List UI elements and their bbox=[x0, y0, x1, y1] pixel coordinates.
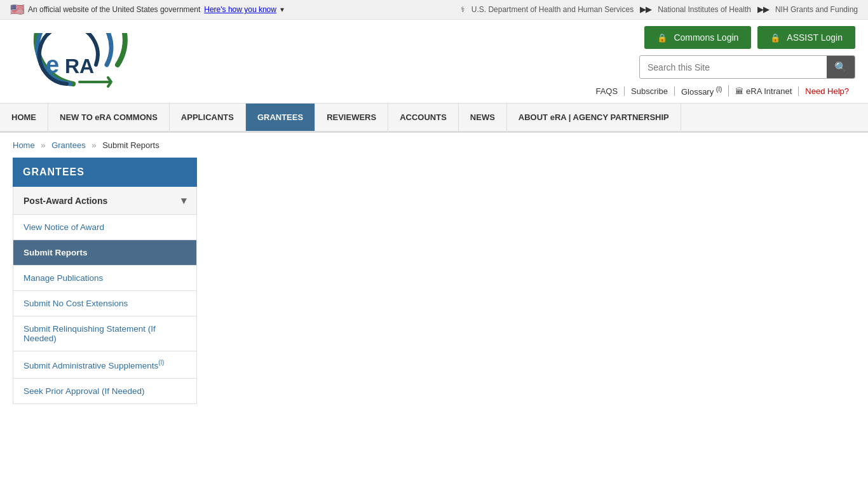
heres-how-link[interactable]: Here's how you know bbox=[204, 5, 276, 14]
sidebar-title: GRANTEES bbox=[13, 158, 197, 187]
lock-icon-commons bbox=[657, 32, 670, 43]
sidebar-link-prior-approval[interactable]: Seek Prior Approval (If Needed) bbox=[13, 379, 196, 403]
sidebar-item-relinquishing: Submit Relinquishing Statement (If Neede… bbox=[13, 316, 196, 351]
sidebar-link-relinquishing[interactable]: Submit Relinquishing Statement (If Neede… bbox=[13, 316, 196, 351]
lock-icon-assist bbox=[770, 32, 783, 43]
faqs-link[interactable]: FAQS bbox=[589, 86, 625, 96]
sidebar-item-no-cost-extensions: Submit No Cost Extensions bbox=[13, 291, 196, 316]
header-right: Commons Login ASSIST Login 🔍 FAQS Subscr… bbox=[589, 26, 855, 97]
gov-banner: 🇺🇸 An official website of the United Sta… bbox=[0, 0, 868, 20]
search-bar: 🔍 bbox=[639, 55, 855, 79]
sidebar-link-no-cost-extensions[interactable]: Submit No Cost Extensions bbox=[13, 291, 196, 316]
official-text: An official website of the United States… bbox=[28, 5, 200, 14]
chevron-down-icon: ▾ bbox=[181, 194, 186, 207]
header-links: FAQS Subscribe Glossary (l) 🏛 eRA Intran… bbox=[589, 85, 855, 97]
commons-login-label: Commons Login bbox=[674, 32, 738, 43]
gov-banner-left: 🇺🇸 An official website of the United Sta… bbox=[10, 3, 284, 17]
search-button[interactable]: 🔍 bbox=[827, 56, 855, 78]
era-logo: e RA bbox=[13, 33, 140, 90]
breadcrumb-sep1: » bbox=[41, 140, 45, 150]
breadcrumb-grantees[interactable]: Grantees bbox=[51, 140, 85, 150]
nih-link[interactable]: National Institutes of Health bbox=[658, 5, 751, 14]
commons-login-button[interactable]: Commons Login bbox=[644, 26, 751, 49]
hhs-icon: ⚕ bbox=[461, 5, 465, 14]
nav-applicants[interactable]: APPLICANTS bbox=[170, 104, 246, 131]
assist-login-button[interactable]: ASSIST Login bbox=[757, 26, 855, 49]
sidebar-item-admin-supplements: Submit Administrative Supplements(l) bbox=[13, 351, 196, 379]
dropdown-arrow: ▾ bbox=[280, 5, 284, 14]
main-nav: HOME NEW TO eRA COMMONS APPLICANTS GRANT… bbox=[0, 104, 868, 133]
arrow2: ▶▶ bbox=[757, 5, 769, 14]
content-area: GRANTEES Post-Award Actions ▾ View Notic… bbox=[0, 158, 868, 430]
sidebar-item-view-notice: View Notice of Award bbox=[13, 215, 196, 240]
sidebar: GRANTEES Post-Award Actions ▾ View Notic… bbox=[13, 158, 197, 404]
header-buttons: Commons Login ASSIST Login bbox=[644, 26, 855, 49]
assist-login-label: ASSIST Login bbox=[787, 32, 843, 43]
sidebar-section-label: Post-Award Actions bbox=[24, 196, 107, 206]
nav-news[interactable]: NEWS bbox=[459, 104, 507, 131]
hhs-link[interactable]: U.S. Department of Health and Human Serv… bbox=[471, 5, 634, 14]
breadcrumb-home[interactable]: Home bbox=[13, 140, 35, 150]
intranet-link[interactable]: 🏛 eRA Intranet bbox=[729, 86, 799, 96]
nih-grants-link[interactable]: NIH Grants and Funding bbox=[775, 5, 858, 14]
svg-text:RA: RA bbox=[65, 55, 94, 78]
sidebar-link-view-notice[interactable]: View Notice of Award bbox=[13, 215, 196, 240]
sidebar-link-submit-reports[interactable]: Submit Reports bbox=[13, 240, 196, 265]
nav-grantees[interactable]: GRANTEES bbox=[246, 104, 315, 131]
breadcrumb: Home » Grantees » Submit Reports bbox=[0, 133, 868, 158]
subscribe-link[interactable]: Subscribe bbox=[625, 86, 675, 96]
breadcrumb-current: Submit Reports bbox=[102, 140, 159, 150]
help-link[interactable]: Need Help? bbox=[799, 86, 855, 96]
logo-area: e RA bbox=[13, 33, 140, 90]
site-header: e RA Commons Login ASSIST Login 🔍 FAQS bbox=[0, 20, 868, 104]
sidebar-link-manage-publications[interactable]: Manage Publications bbox=[13, 266, 196, 290]
sidebar-section-header[interactable]: Post-Award Actions ▾ bbox=[13, 187, 197, 215]
nav-reviewers[interactable]: REVIEWERS bbox=[315, 104, 388, 131]
arrow1: ▶▶ bbox=[640, 5, 651, 14]
us-flag: 🇺🇸 bbox=[10, 3, 24, 17]
nav-accounts[interactable]: ACCOUNTS bbox=[388, 104, 459, 131]
breadcrumb-sep2: » bbox=[92, 140, 96, 150]
sidebar-link-admin-supplements[interactable]: Submit Administrative Supplements(l) bbox=[13, 351, 196, 378]
external-link-icon: (l) bbox=[158, 359, 164, 366]
page-content bbox=[216, 158, 855, 404]
sidebar-item-submit-reports: Submit Reports bbox=[13, 240, 196, 266]
nav-home[interactable]: HOME bbox=[0, 104, 48, 131]
nav-about[interactable]: ABOUT eRA | AGENCY PARTNERSHIP bbox=[507, 104, 681, 131]
glossary-link[interactable]: Glossary (l) bbox=[675, 85, 729, 97]
sidebar-menu: View Notice of Award Submit Reports Mana… bbox=[13, 215, 197, 404]
search-input[interactable] bbox=[640, 57, 827, 78]
sidebar-item-manage-publications: Manage Publications bbox=[13, 266, 196, 291]
svg-text:e: e bbox=[46, 51, 59, 78]
gov-banner-right: ⚕ U.S. Department of Health and Human Se… bbox=[461, 5, 858, 14]
sidebar-item-prior-approval: Seek Prior Approval (If Needed) bbox=[13, 379, 196, 403]
nav-new-to-era[interactable]: NEW TO eRA COMMONS bbox=[48, 104, 170, 131]
